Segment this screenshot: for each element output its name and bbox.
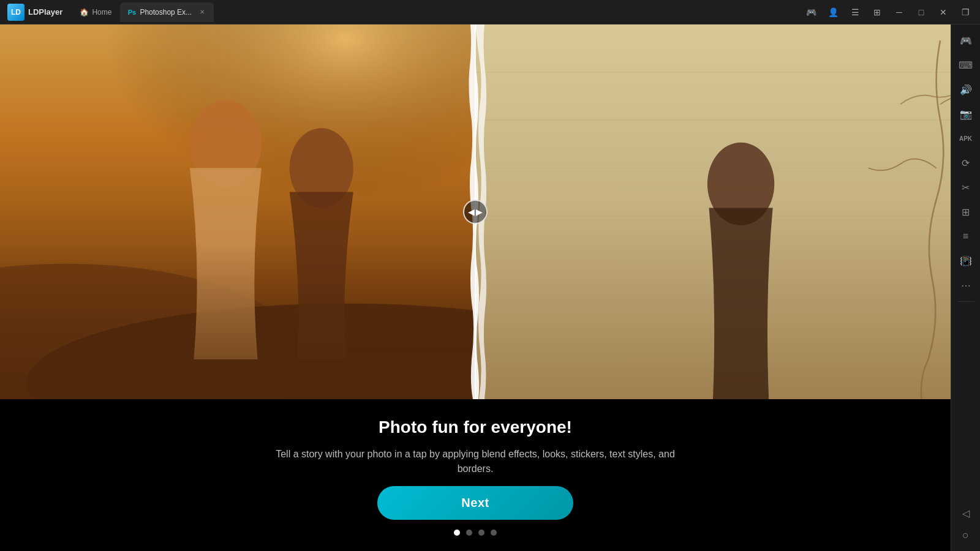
maximize-button[interactable]: □ [911,4,931,21]
sidebar-apk-icon[interactable]: APK [955,127,977,149]
bottom-section: Photo fun for everyone! Tell a story wit… [0,399,951,551]
compare-handle[interactable]: ◀▶ [463,200,488,224]
dot-1[interactable] [454,530,460,536]
sidebar-keyboard-icon[interactable]: ⌨ [955,54,977,76]
content-area: ◀▶ Photo fun for everyone! Tell a story … [0,24,951,551]
next-button[interactable]: Next [377,486,573,520]
sidebar-scissors-icon[interactable]: ✂ [955,176,977,198]
tab-photoshop[interactable]: Ps Photoshop Ex... ✕ [120,2,214,22]
page-dots [454,530,497,536]
main-container: ◀▶ Photo fun for everyone! Tell a story … [0,24,980,551]
photo-left [0,24,475,399]
ps-icon: Ps [127,8,136,17]
sidebar-gamepad-icon[interactable]: 🎮 [955,29,977,51]
tab-photoshop-label: Photoshop Ex... [140,8,192,17]
sidebar-divider [957,301,974,302]
sidebar-rotate-icon[interactable]: ⟳ [955,152,977,174]
app-name: LDPlayer [28,7,62,17]
account-title-icon[interactable]: 👤 [823,4,843,21]
window-controls: 🎮 👤 ☰ ⊞ ─ □ ✕ ❐ [801,4,980,21]
minimize-button[interactable]: ─ [889,4,909,21]
tab-bar: 🏠 Home Ps Photoshop Ex... ✕ [70,0,216,24]
image-section: ◀▶ [0,24,951,399]
description-text: Tell a story with your photo in a tap by… [261,447,690,476]
svg-point-5 [290,128,353,208]
dot-2[interactable] [466,530,472,536]
tagline-text: Photo fun for everyone! [379,418,572,437]
sidebar-volume-icon[interactable]: 🔊 [955,78,977,100]
home-icon: 🏠 [80,8,88,17]
photo-right [475,24,951,399]
tab-home[interactable]: 🏠 Home [72,2,119,22]
sidebar-screenshot-icon[interactable]: 📷 [955,103,977,125]
multi-instance-icon[interactable]: ⊞ [867,4,887,21]
dot-3[interactable] [478,530,484,536]
svg-rect-6 [0,24,475,399]
logo-icon: LD [7,4,24,21]
menu-title-icon[interactable]: ☰ [845,4,865,21]
restore-button[interactable]: ❐ [956,4,975,21]
compare-arrows-icon: ◀▶ [468,207,483,217]
tab-home-label: Home [92,8,111,17]
sidebar-more-icon[interactable]: ⋯ [955,274,977,296]
svg-point-2 [0,264,306,399]
image-canvas: ◀▶ [0,24,951,399]
sidebar-bottom: ◁ ○ [955,502,977,546]
right-sidebar: 🎮 ⌨ 🔊 📷 APK ⟳ ✂ ⊞ ≡ 📳 ⋯ ◁ ○ [951,24,980,551]
titlebar: LD LDPlayer 🏠 Home Ps Photoshop Ex... ✕ … [0,0,980,24]
svg-point-3 [26,304,475,399]
sidebar-back-icon[interactable]: ◁ [955,502,977,524]
sidebar-capture-icon[interactable]: ⊞ [955,201,977,223]
sidebar-circle-icon[interactable]: ○ [955,524,977,546]
close-button[interactable]: ✕ [933,4,953,21]
sidebar-vibrate-icon[interactable]: 📳 [955,250,977,272]
app-logo: LD LDPlayer [0,0,70,24]
tab-close-button[interactable]: ✕ [198,8,206,17]
sidebar-list-icon[interactable]: ≡ [955,225,977,247]
dot-4[interactable] [491,530,497,536]
gamepad-title-icon[interactable]: 🎮 [801,4,821,21]
